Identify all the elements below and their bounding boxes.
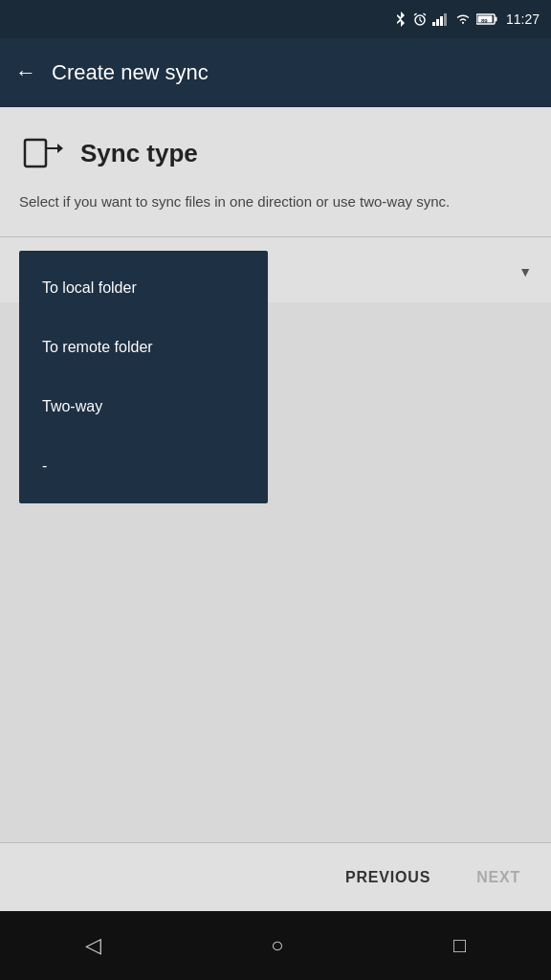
svg-text:89: 89 bbox=[481, 18, 488, 24]
nav-back-icon[interactable]: ◁ bbox=[85, 933, 101, 958]
section-title: Sync type bbox=[80, 139, 198, 168]
nav-recents-icon[interactable]: □ bbox=[453, 933, 466, 958]
dropdown-option-twoway[interactable]: Two-way bbox=[19, 377, 268, 436]
svg-rect-2 bbox=[436, 19, 439, 26]
status-bar: 89 11:27 bbox=[0, 0, 551, 38]
sync-type-row: Sync type To local folder To remote fold… bbox=[19, 260, 532, 279]
status-icons: 89 11:27 bbox=[394, 11, 540, 27]
dropdown-arrow-icon[interactable]: ▼ bbox=[518, 264, 532, 279]
previous-button[interactable]: PREVIOUS bbox=[338, 861, 438, 894]
bottom-buttons: PREVIOUS NEXT bbox=[0, 842, 551, 911]
divider bbox=[0, 236, 551, 237]
back-button[interactable]: ← bbox=[15, 60, 36, 85]
svg-rect-1 bbox=[432, 22, 435, 26]
wifi-icon bbox=[454, 12, 472, 26]
section-header: Sync type bbox=[19, 130, 532, 176]
bluetooth-icon bbox=[394, 11, 408, 27]
app-bar-title: Create new sync bbox=[52, 60, 209, 85]
svg-rect-6 bbox=[495, 17, 496, 22]
app-bar: ← Create new sync bbox=[0, 38, 551, 107]
sync-type-icon bbox=[19, 130, 65, 176]
content-area: Sync type Select if you want to sync fil… bbox=[0, 107, 551, 302]
dropdown-option-remote[interactable]: To remote folder bbox=[19, 318, 268, 377]
alarm-icon bbox=[412, 11, 428, 27]
status-time: 11:27 bbox=[506, 11, 540, 27]
section-description: Select if you want to sync files in one … bbox=[19, 191, 532, 213]
signal-icon bbox=[432, 12, 450, 26]
next-button[interactable]: NEXT bbox=[469, 861, 528, 894]
dropdown-menu[interactable]: To local folder To remote folder Two-way… bbox=[19, 251, 268, 503]
svg-rect-3 bbox=[440, 16, 443, 26]
battery-icon: 89 bbox=[476, 13, 497, 25]
dropdown-option-dash[interactable]: - bbox=[19, 436, 268, 496]
system-nav-bar: ◁ ○ □ bbox=[0, 911, 551, 980]
svg-rect-9 bbox=[25, 140, 46, 167]
nav-home-icon[interactable]: ○ bbox=[271, 933, 283, 958]
svg-rect-4 bbox=[444, 13, 447, 26]
dropdown-option-local[interactable]: To local folder bbox=[19, 258, 268, 318]
